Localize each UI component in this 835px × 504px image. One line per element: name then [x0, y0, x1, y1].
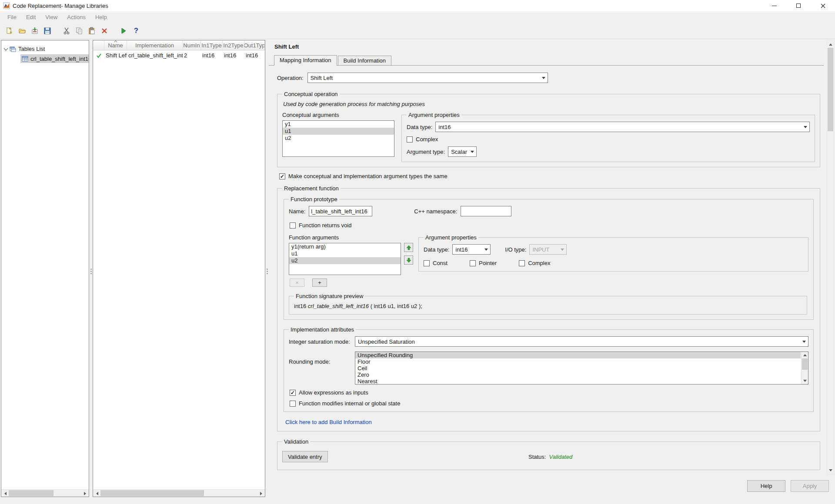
- scroll-down-icon[interactable]: [827, 467, 834, 474]
- new-button[interactable]: [4, 26, 15, 36]
- function-data-type-combo[interactable]: int16: [452, 244, 491, 255]
- status-label: Status:: [528, 454, 546, 460]
- open-button[interactable]: [17, 26, 27, 36]
- modifies-state-checkbox[interactable]: [290, 401, 296, 407]
- panel-splitter[interactable]: [89, 40, 93, 497]
- function-signature-preview-group: Function signature preview int16 crl_tab…: [289, 293, 807, 315]
- vscroll-thumb[interactable]: [828, 48, 833, 131]
- delete-button[interactable]: [99, 26, 110, 36]
- function-prototype-legend: Function prototype: [289, 196, 339, 202]
- delete-icon: [101, 27, 108, 34]
- list-item-selected[interactable]: u2: [289, 257, 401, 264]
- save-button[interactable]: [42, 26, 53, 36]
- menu-item-help[interactable]: Help: [90, 12, 112, 22]
- move-argument-down-button[interactable]: [404, 255, 413, 265]
- list-item[interactable]: Floor: [355, 358, 801, 365]
- conceptual-argument-properties-group: Argument properties Data type: int16: [401, 112, 815, 162]
- allow-expressions-label: Allow expressions as inputs: [299, 389, 368, 396]
- help-button-toolbar[interactable]: ?: [131, 26, 141, 36]
- rounding-list-scrollbar[interactable]: [801, 352, 808, 384]
- menu-item-file[interactable]: File: [3, 12, 21, 22]
- vscroll-thumb[interactable]: [802, 358, 808, 370]
- complex-checkbox[interactable]: [519, 260, 525, 266]
- row-in2type-cell: int16: [223, 52, 244, 59]
- add-build-information-link[interactable]: Click here to add Build Information: [285, 419, 372, 425]
- close-button[interactable]: [811, 0, 835, 11]
- add-argument-button[interactable]: +: [312, 279, 327, 287]
- col-header-out1type[interactable]: Out1Typ: [244, 40, 265, 50]
- saturation-mode-combo[interactable]: Unspecified Saturation: [355, 336, 808, 347]
- minimize-button[interactable]: [762, 0, 786, 11]
- list-item[interactable]: Ceil: [355, 365, 801, 371]
- io-type-combo[interactable]: INPUT: [529, 244, 567, 255]
- validation-group: Validation Validate entry Status: Valida…: [277, 438, 820, 470]
- list-item[interactable]: Nearest: [355, 378, 801, 385]
- tab-mapping-information[interactable]: Mapping Information: [274, 55, 337, 66]
- col-header-numin[interactable]: NumIn: [183, 40, 201, 50]
- mid-panel-hscrollbar[interactable]: [93, 489, 265, 497]
- conceptual-data-type-combo[interactable]: int16: [435, 122, 810, 132]
- list-item-selected[interactable]: u1: [283, 128, 394, 135]
- list-item[interactable]: u1: [289, 250, 401, 257]
- maximize-button[interactable]: [786, 0, 811, 11]
- list-item[interactable]: Zero: [355, 371, 801, 378]
- paste-button[interactable]: [87, 26, 97, 36]
- toolbar: ?: [0, 23, 835, 39]
- detail-vscrollbar[interactable]: [827, 40, 834, 474]
- same-types-checkbox[interactable]: [279, 173, 285, 179]
- const-label: Const: [433, 260, 448, 266]
- tree-expand-icon[interactable]: [4, 46, 8, 50]
- cut-button[interactable]: [61, 26, 72, 36]
- run-button[interactable]: [118, 26, 129, 36]
- saturation-mode-label: Integer saturation mode:: [289, 338, 355, 345]
- tree-root-tables-list[interactable]: Tables List: [1, 44, 89, 53]
- scroll-up-icon[interactable]: [827, 40, 834, 48]
- hscroll-thumb[interactable]: [9, 490, 53, 496]
- list-item[interactable]: y1(return arg): [289, 243, 401, 250]
- operation-combo[interactable]: Shift Left: [307, 73, 548, 83]
- conceptual-complex-checkbox[interactable]: [407, 136, 413, 143]
- chevron-down-icon: [468, 149, 476, 155]
- validate-entry-button[interactable]: Validate entry: [282, 451, 328, 462]
- help-button[interactable]: Help: [747, 480, 785, 492]
- scroll-down-icon[interactable]: [802, 378, 808, 384]
- scroll-right-icon[interactable]: [81, 490, 89, 497]
- argument-type-combo[interactable]: Scalar: [448, 146, 477, 157]
- menu-item-actions[interactable]: Actions: [62, 12, 90, 22]
- import-button[interactable]: [30, 26, 40, 36]
- copy-button[interactable]: [74, 26, 84, 36]
- col-header-implementation[interactable]: Implementation: [127, 40, 183, 50]
- apply-button[interactable]: Apply: [791, 480, 829, 492]
- list-item[interactable]: u2: [283, 135, 394, 142]
- menu-item-view[interactable]: View: [40, 12, 62, 22]
- table-row[interactable]: Shift Left crl_table_shift_left_int16 2 …: [93, 50, 265, 60]
- col-header-name[interactable]: Name: [104, 40, 127, 50]
- tree-item-crl-table[interactable]: crl_table_shift_left_int16: [20, 54, 89, 63]
- scroll-left-icon[interactable]: [1, 490, 9, 497]
- window-title: Code Replacement- Manage Libraries: [13, 3, 108, 9]
- tab-build-information[interactable]: Build Information: [338, 56, 392, 65]
- argument-type-label: Argument type:: [407, 149, 445, 155]
- scroll-left-icon[interactable]: [93, 490, 100, 497]
- left-panel-hscrollbar[interactable]: [1, 489, 89, 497]
- panel-splitter[interactable]: [265, 40, 269, 497]
- move-argument-up-button[interactable]: [404, 243, 413, 252]
- const-checkbox[interactable]: [424, 260, 430, 266]
- allow-expressions-checkbox[interactable]: [290, 390, 296, 396]
- scroll-right-icon[interactable]: [257, 490, 265, 497]
- hscroll-thumb[interactable]: [100, 490, 204, 496]
- validated-check-icon: [96, 53, 102, 58]
- remove-argument-button[interactable]: ×: [290, 279, 304, 287]
- pointer-checkbox[interactable]: [470, 260, 476, 266]
- col-header-status[interactable]: [93, 40, 104, 50]
- menu-item-edit[interactable]: Edit: [21, 12, 40, 22]
- scroll-up-icon[interactable]: [802, 352, 808, 358]
- col-header-in2type[interactable]: In2Type: [223, 40, 244, 50]
- list-item[interactable]: y1: [283, 121, 394, 128]
- function-name-field[interactable]: l_table_shift_left_int16: [309, 206, 372, 216]
- list-item-selected[interactable]: Unspecified Rounding: [355, 352, 801, 358]
- returns-void-checkbox[interactable]: [290, 222, 296, 229]
- cpp-namespace-field[interactable]: [461, 206, 511, 216]
- col-header-in1type[interactable]: In1Type: [201, 40, 223, 50]
- chevron-down-icon: [800, 338, 808, 345]
